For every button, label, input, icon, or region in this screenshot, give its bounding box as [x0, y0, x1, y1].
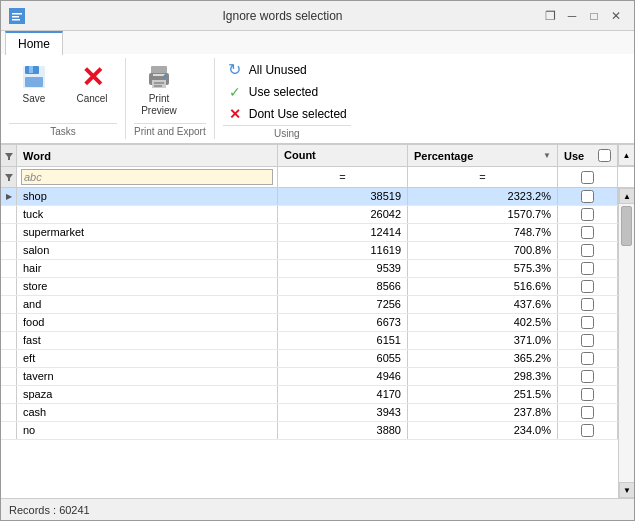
svg-marker-16	[5, 174, 13, 181]
use-all-checkbox[interactable]	[598, 149, 611, 162]
print-preview-label: Print Preview	[141, 93, 177, 117]
row-checkbox-1[interactable]	[581, 208, 594, 221]
dont-use-selected-item[interactable]: ✕ Dont Use selected	[223, 105, 351, 123]
table-row[interactable]: food 6673 402.5%	[1, 314, 618, 332]
table-row[interactable]: salon 11619 700.8%	[1, 242, 618, 260]
svg-rect-7	[25, 77, 43, 87]
vertical-scrollbar[interactable]: ▲ ▼	[618, 188, 634, 498]
filter-use-checkbox[interactable]	[581, 171, 594, 184]
table-row[interactable]: spaza 4170 251.5%	[1, 386, 618, 404]
table-row[interactable]: tuck 26042 1570.7%	[1, 206, 618, 224]
table-row[interactable]: fast 6151 371.0%	[1, 332, 618, 350]
word-filter-input[interactable]	[21, 169, 273, 185]
row-percentage-8: 371.0%	[408, 332, 558, 349]
refresh-icon: ↻	[227, 62, 243, 78]
row-checkbox-9[interactable]	[581, 352, 594, 365]
cancel-icon: ✕	[76, 61, 108, 93]
percentage-col-header[interactable]: Percentage ▼	[408, 145, 558, 166]
scroll-down-btn[interactable]: ▼	[619, 482, 634, 498]
use-selected-item[interactable]: ✓ Use selected	[223, 83, 351, 101]
row-checkbox-5[interactable]	[581, 280, 594, 293]
svg-rect-12	[154, 82, 164, 84]
row-percentage-9: 365.2%	[408, 350, 558, 367]
row-use-8	[558, 332, 618, 349]
row-checkbox-7[interactable]	[581, 316, 594, 329]
close-button[interactable]: ✕	[606, 6, 626, 26]
table-row[interactable]: ▶ shop 38519 2323.2%	[1, 188, 618, 206]
row-count-4: 9539	[278, 260, 408, 277]
table-row[interactable]: eft 6055 365.2%	[1, 350, 618, 368]
table-row[interactable]: store 8566 516.6%	[1, 278, 618, 296]
x-icon: ✕	[227, 106, 243, 122]
filter-funnel-icon	[1, 167, 17, 187]
row-checkbox-12[interactable]	[581, 406, 594, 419]
row-use-5	[558, 278, 618, 295]
row-expand-8[interactable]	[1, 332, 17, 349]
row-word-8: fast	[17, 332, 278, 349]
maximize-button[interactable]: □	[584, 6, 604, 26]
row-expand-7[interactable]	[1, 314, 17, 331]
all-unused-item[interactable]: ↻ All Unused	[223, 61, 351, 79]
row-expand-6[interactable]	[1, 296, 17, 313]
row-checkbox-8[interactable]	[581, 334, 594, 347]
table-body-container: ▶ shop 38519 2323.2% tuck 26042 1570.7% …	[1, 188, 634, 498]
tab-home[interactable]: Home	[5, 31, 63, 55]
row-checkbox-10[interactable]	[581, 370, 594, 383]
scroll-thumb[interactable]	[621, 206, 632, 246]
row-expand-0[interactable]: ▶	[1, 188, 17, 205]
row-checkbox-0[interactable]	[581, 190, 594, 203]
cancel-button[interactable]: ✕ Cancel	[67, 58, 117, 108]
row-expand-9[interactable]	[1, 350, 17, 367]
row-expand-13[interactable]	[1, 422, 17, 439]
table-container: Word Count Percentage ▼ Use ▲	[1, 145, 634, 498]
row-use-9	[558, 350, 618, 367]
row-word-13: no	[17, 422, 278, 439]
table-body: ▶ shop 38519 2323.2% tuck 26042 1570.7% …	[1, 188, 618, 498]
row-checkbox-6[interactable]	[581, 298, 594, 311]
row-checkbox-13[interactable]	[581, 424, 594, 437]
row-expand-5[interactable]	[1, 278, 17, 295]
row-count-1: 26042	[278, 206, 408, 223]
row-count-7: 6673	[278, 314, 408, 331]
scroll-up-btn[interactable]: ▲	[619, 188, 634, 204]
row-word-2: supermarket	[17, 224, 278, 241]
row-word-5: store	[17, 278, 278, 295]
row-checkbox-11[interactable]	[581, 388, 594, 401]
word-col-header: Word	[17, 145, 278, 166]
row-expand-10[interactable]	[1, 368, 17, 385]
row-count-0: 38519	[278, 188, 408, 205]
row-word-4: hair	[17, 260, 278, 277]
svg-rect-1	[12, 13, 22, 15]
row-expand-11[interactable]	[1, 386, 17, 403]
table-row[interactable]: and 7256 437.6%	[1, 296, 618, 314]
row-use-13	[558, 422, 618, 439]
filter-percentage-cell: =	[408, 167, 558, 187]
filter-col-header	[1, 145, 17, 166]
row-expand-3[interactable]	[1, 242, 17, 259]
row-expand-2[interactable]	[1, 224, 17, 241]
table-row[interactable]: supermarket 12414 748.7%	[1, 224, 618, 242]
row-expand-4[interactable]	[1, 260, 17, 277]
table-row[interactable]: hair 9539 575.3%	[1, 260, 618, 278]
row-count-2: 12414	[278, 224, 408, 241]
restore-button[interactable]: ❐	[540, 6, 560, 26]
row-checkbox-3[interactable]	[581, 244, 594, 257]
save-button[interactable]: Save	[9, 58, 59, 108]
row-word-0: shop	[17, 188, 278, 205]
scroll-top-btn[interactable]: ▲	[618, 145, 634, 166]
table-row[interactable]: tavern 4946 298.3%	[1, 368, 618, 386]
table-row[interactable]: no 3880 234.0%	[1, 422, 618, 440]
row-checkbox-2[interactable]	[581, 226, 594, 239]
row-percentage-7: 402.5%	[408, 314, 558, 331]
print-preview-button[interactable]: Print Preview	[134, 58, 184, 120]
row-checkbox-4[interactable]	[581, 262, 594, 275]
use-selected-label: Use selected	[249, 85, 318, 99]
ribbon-using-items: ↻ All Unused ✓ Use selected ✕ Dont Use s…	[223, 58, 351, 125]
row-expand-1[interactable]	[1, 206, 17, 223]
row-expand-12[interactable]	[1, 404, 17, 421]
minimize-button[interactable]: ─	[562, 6, 582, 26]
print-group-label: Print and Export	[134, 123, 206, 139]
table-row[interactable]: cash 3943 237.8%	[1, 404, 618, 422]
row-use-6	[558, 296, 618, 313]
row-use-10	[558, 368, 618, 385]
